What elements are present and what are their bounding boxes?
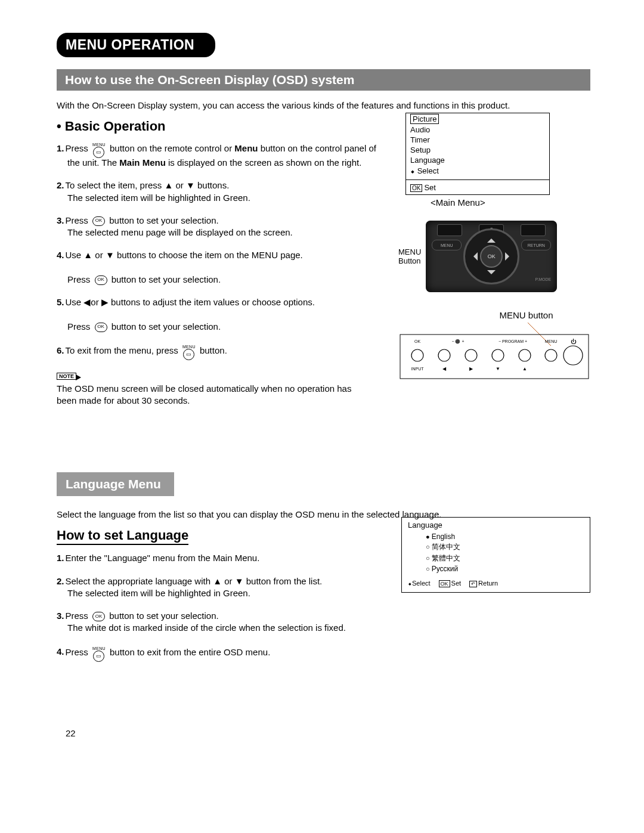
svg-point-11 [545,349,557,361]
lang-osd-title: Language [408,521,584,529]
remote-menu-button: MENU [432,240,462,250]
section-title: MENU OPERATION [57,33,215,57]
osd-caption: <Main Menu> [431,197,590,208]
lang-hint-set: OKSet [439,580,462,587]
note-badge: NOTE [57,373,76,380]
remote-right-icon [505,252,513,261]
remote-return-button: RETURN [521,240,551,250]
lang-step-4: 4.Press MENU▭ button to exit from the en… [57,645,389,661]
osd-item-timer: Timer [406,135,549,145]
step-1: 1.Press MENU▭ button on the remote contr… [57,141,388,169]
svg-text:OK: OK [414,339,420,343]
svg-point-10 [519,349,531,361]
lang-hint-return: ↶Return [469,580,498,587]
lang-step-2: 2.Select the appropriate language with ▲… [57,575,389,600]
svg-point-7 [438,349,450,361]
ok-button-icon: OK [92,216,105,226]
basic-operation-steps: 1.Press MENU▭ button on the remote contr… [57,141,388,359]
svg-text:▶: ▶ [469,366,473,371]
svg-point-9 [492,349,504,361]
remote-up-icon [487,234,496,243]
svg-rect-0 [400,335,589,379]
panel-caption: MENU button [462,310,590,320]
language-osd-diagram: Language English 简体中文 繁體中文 Русский ⬥Sele… [401,517,590,593]
lang-hint-select: ⬥Select [408,580,431,587]
remote-left-icon [469,252,478,261]
page-number: 22 [66,728,590,738]
how-to-set-language-heading: How to set Language [57,528,188,545]
osd-item-language: Language [406,155,549,165]
osd-hint-set: OKSet [406,182,549,194]
step-6: 6.To exit from the menu, press MENU▭ but… [57,343,388,359]
svg-text:INPUT: INPUT [411,367,425,371]
lang-step-1: 1.Enter the "Language" menu from the Mai… [57,552,389,564]
svg-point-8 [465,349,477,361]
basic-operation-heading: Basic Operation [57,119,388,134]
subsection-bar-osd: How to use the On-Screen Display (OSD) s… [57,69,590,91]
lang-option-traditional-chinese: 繁體中文 [408,553,584,564]
lang-step-3: 3.Press OK button to set your selection.… [57,610,389,634]
osd-hint-select: ⬥ Select [406,165,549,178]
svg-text:▼: ▼ [496,366,500,371]
step-3: 3.Press OK button to set your selection.… [57,215,388,239]
intro-text: With the On-Screen Display system, you c… [57,100,590,110]
svg-text:− ⚫ +: − ⚫ + [451,339,464,344]
ok-button-icon: OK [95,275,107,285]
language-steps: 1.Enter the "Language" menu from the Mai… [57,552,389,660]
svg-text:◀: ◀ [442,366,447,371]
updown-icon: ⬥ [408,580,412,587]
remote-menu-label: MENUButton [398,247,421,265]
svg-point-6 [411,349,423,361]
lang-option-simplified-chinese: 简体中文 [408,541,584,553]
osd-item-audio: Audio [406,125,549,135]
lang-option-english: English [408,532,584,541]
remote-pmode-label: P.MODE [535,277,552,281]
step-4: 4.Use ▲ or ▼ buttons to choose the item … [57,249,388,286]
subsection-bar-language: Language Menu [57,472,174,496]
step-2: 2.To select the item, press ▲ or ▼ butto… [57,179,388,204]
remote-down-icon [487,270,496,278]
svg-text:▲: ▲ [522,366,527,371]
ok-button-icon: OK [92,612,105,621]
front-panel-diagram: MENU button OK − ⚫ + − PROGRAM + MENU ⏻ [400,310,590,385]
osd-item-picture: Picture [410,114,439,124]
lang-option-russian: Русский [408,564,584,574]
osd-main-menu-diagram: Picture Audio Timer Setup Language ⬥ Sel… [405,113,550,195]
svg-text:− PROGRAM +: − PROGRAM + [499,339,527,343]
remote-dpad: OK [463,228,519,284]
svg-text:MENU: MENU [545,339,558,343]
note-text: The OSD menu screen will be closed autom… [57,383,364,407]
remote-control-diagram: MENUButton 0 MENU RETURN OK P.MODE [398,221,590,292]
menu-button-icon: MENU▭ [92,143,106,158]
menu-button-icon: MENU▭ [92,646,106,662]
updown-icon: ⬥ [410,166,415,175]
remote-ok-button: OK [480,245,503,268]
step-5: 5.Use ◀or ▶ buttons to adjust the item v… [57,296,388,333]
svg-text:⏻: ⏻ [571,339,577,345]
svg-point-12 [564,346,583,365]
menu-button-icon: MENU▭ [182,345,196,360]
osd-item-setup: Setup [406,145,549,155]
ok-button-icon: OK [95,323,107,332]
